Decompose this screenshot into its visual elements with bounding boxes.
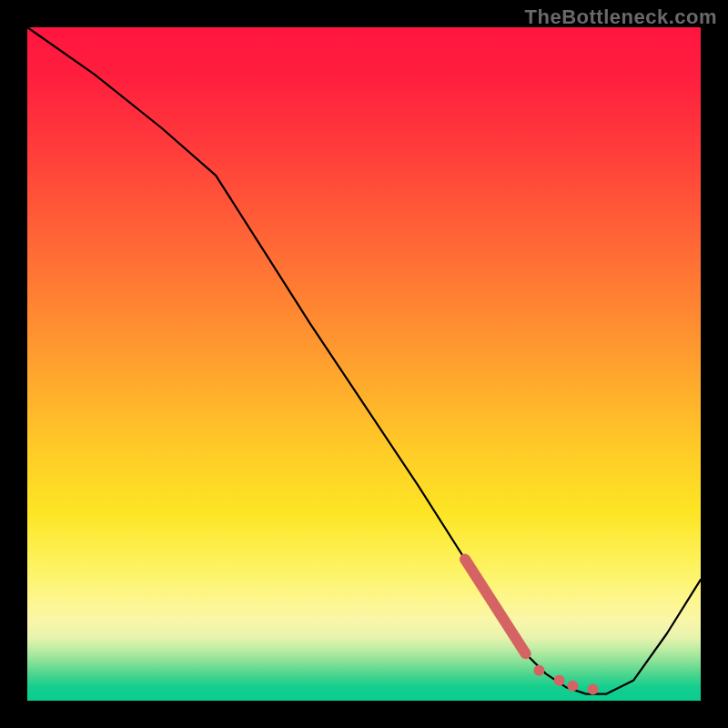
chart-container: TheBottleneck.com [0, 0, 728, 728]
highlight-dot [567, 681, 578, 692]
bottleneck-curve [27, 27, 701, 694]
plot-area [27, 27, 701, 701]
highlight-segment [465, 560, 526, 654]
curve-svg [27, 27, 701, 701]
highlight-dot [533, 665, 544, 676]
watermark-text: TheBottleneck.com [525, 5, 717, 29]
highlight-dots [533, 665, 598, 695]
highlight-dot [588, 683, 599, 694]
highlight-dot [554, 675, 565, 686]
